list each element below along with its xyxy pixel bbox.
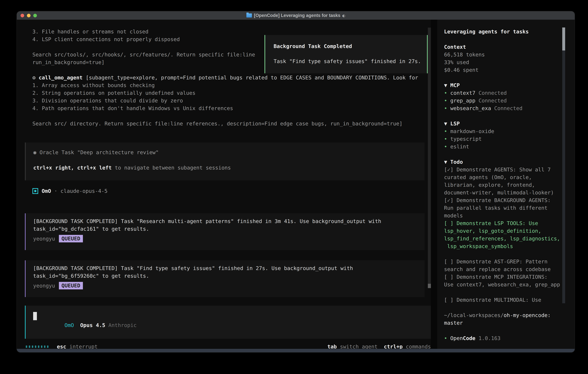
tab-key-hint: tab <box>327 344 337 350</box>
agent-model: claude-opus-4-5 <box>61 188 107 194</box>
background-task-message: [BACKGROUND TASK COMPLETED] Task "Find t… <box>25 260 424 297</box>
spinner-dot <box>29 345 30 348</box>
sidebar-line: • grep_app Connected <box>444 97 564 104</box>
folder-icon <box>246 13 252 18</box>
spinner-dot <box>47 345 48 348</box>
message-line: task_id="bg_6f59260c" to get results. <box>33 272 424 280</box>
transcript-line: 3. File handles or streams not closed <box>32 28 432 35</box>
tab-key-label: switch agent <box>337 344 378 350</box>
sidebar-line <box>444 250 564 258</box>
shortcut-keys: ctrl+x right, ctrl+x left <box>33 165 112 171</box>
message-author: yeongyu <box>33 283 55 289</box>
terminal-content: 3. File handles or streams not closed4. … <box>17 20 575 349</box>
window-bottom-bar <box>17 349 575 352</box>
spinner-dot <box>44 345 45 348</box>
sidebar-line: • markdown-oxide <box>444 127 564 135</box>
sidebar-line <box>444 288 564 296</box>
sidebar-line <box>444 150 564 158</box>
status-badge: QUEUED <box>59 282 83 289</box>
sidebar-line: Run parallel tasks with different <box>444 204 564 212</box>
key-gap <box>378 344 384 350</box>
sidebar-line: document-writer, multimodal-looker) <box>444 189 564 197</box>
spinner-dot <box>38 345 39 348</box>
esc-key-label: interrupt <box>66 344 98 350</box>
agent-icon <box>32 188 38 194</box>
sidebar-line: 33% used <box>444 58 564 66</box>
transcript-line: Search src/ directory. Return specific f… <box>32 120 432 127</box>
sidebar-line: lsp_workspace_symbols <box>444 242 564 250</box>
main-scrollbar-track[interactable] <box>428 28 431 288</box>
agent-header: OmO · claude-opus-4-5 <box>32 187 107 195</box>
sidebar-line: • websearch_exa Connected <box>444 104 564 112</box>
sidebar-line: lsp_hover, lsp_goto_definition, <box>444 227 564 235</box>
message-line: [BACKGROUND TASK COMPLETED] Task "Resear… <box>33 217 424 225</box>
sidebar-line: [ ] Demonstrate AST-GREP: Pattern <box>444 258 564 265</box>
window-title-text: [OpenCode] Leveraging agents for tasks <box>254 13 340 18</box>
window-title: [OpenCode] Leveraging agents for tasks ◐ <box>17 11 575 20</box>
background-task-toast[interactable]: Background Task Completed Task "Find typ… <box>264 35 428 73</box>
sidebar-line: $0.46 spent <box>444 66 564 74</box>
oracle-shortcut-hint: ctrl+x right, ctrl+x left to navigate be… <box>33 164 424 172</box>
sidebar-scrollbar-track[interactable] <box>562 51 565 303</box>
sidebar-line <box>444 304 564 311</box>
column-gap <box>431 20 437 349</box>
sidebar-info: Leveraging agents for tasks Context66,51… <box>444 28 564 342</box>
shortcut-description: to navigate between subagent sessions <box>112 165 231 171</box>
main-scrollbar-thumb[interactable] <box>428 284 431 288</box>
sidebar-line: • typescript <box>444 135 564 143</box>
sidebar-line <box>444 112 564 120</box>
input-model-name: Opus 4.5 <box>80 322 105 328</box>
sidebar-line: ▼ Todo <box>444 158 564 166</box>
oracle-task-title: ◉ Oracle Task "Deep architecture review" <box>33 148 424 156</box>
sidebar-line: librarian, explore, frontend, <box>444 181 564 189</box>
prompt-input[interactable]: OmO Opus 4.5 Anthropic <box>25 306 431 339</box>
transcript-line: ⚙ call_omo_agent [subagent_type=explore,… <box>32 74 432 82</box>
sidebar-line: ▼ LSP <box>444 120 564 127</box>
commands-key-hint: ctrl+p <box>384 344 403 350</box>
window-titlebar[interactable]: [OpenCode] Leveraging agents for tasks ◐ <box>17 11 575 20</box>
spinner-dots <box>26 345 48 348</box>
sidebar-line <box>444 327 564 334</box>
sidebar-line: Use context7, websearch_exa, grep_app <box>444 281 564 288</box>
oracle-spacer <box>33 156 424 164</box>
sidebar-line: ~/local-workspaces/oh-my-opencode: <box>444 311 564 319</box>
oracle-task-box: ◉ Oracle Task "Deep architecture review"… <box>25 143 424 180</box>
session-busy-icon: ◐ <box>342 13 345 18</box>
sidebar-line: master <box>444 319 564 327</box>
sidebar-line: lsp_find_references, lsp_diagnostics, <box>444 235 564 242</box>
sidebar-line: Context <box>444 43 564 51</box>
toast-body: Task "Find type safety issues" finished … <box>273 58 419 65</box>
transcript-line: 2. String operations on potentially unde… <box>32 89 432 97</box>
sidebar-line <box>444 35 564 43</box>
sidebar-line: Leveraging agents for tasks <box>444 28 564 35</box>
sidebar-line: • context7 Connected <box>444 89 564 97</box>
toast-title: Background Task Completed <box>273 43 419 50</box>
input-agent-name: OmO <box>64 322 74 328</box>
transcript-line: 4. Path operations that don't handle Win… <box>32 104 432 112</box>
transcript-line: 1. Array access without bounds checking <box>32 82 432 89</box>
transcript-line: 3. Division operations that could divide… <box>32 97 432 104</box>
spinner-dot <box>35 345 36 348</box>
status-badge: QUEUED <box>59 235 83 242</box>
spinner-dot <box>26 345 27 348</box>
agent-name: OmO <box>42 188 51 194</box>
esc-key-hint: esc <box>57 344 66 350</box>
terminal-window: [OpenCode] Leveraging agents for tasks ◐… <box>17 11 575 353</box>
sidebar-line: [ ] Demonstrate LSP TOOLS: Use <box>444 219 564 227</box>
background-task-message: [BACKGROUND TASK COMPLETED] Task "Resear… <box>25 213 424 250</box>
commands-key-label: commands <box>403 344 431 350</box>
sidebar-line: curated agents (OmO, oracle, <box>444 173 564 181</box>
sidebar-line <box>444 74 564 82</box>
input-provider-name: Anthropic <box>108 322 136 328</box>
sidebar-scrollbar-thumb[interactable] <box>562 28 565 51</box>
message-line: [BACKGROUND TASK COMPLETED] Task "Find t… <box>33 264 424 272</box>
model-indicator: OmO Opus 4.5 Anthropic <box>33 316 136 334</box>
message-author: yeongyu <box>33 236 55 242</box>
sidebar-line: ▼ MCP <box>444 82 564 89</box>
message-line: task_id="bg_dcfac161" to get results. <box>33 225 424 233</box>
spinner-dot <box>32 345 33 348</box>
sidebar-line: [ ] Demonstrate MCP INTEGRATIONS: <box>444 273 564 281</box>
sidebar-line: [✓] Demonstrate AGENTS: Show all 7 <box>444 166 564 173</box>
sidebar-line: [ ] Demonstrate MULTIMODAL: Use <box>444 296 564 304</box>
sidebar-line: models <box>444 212 564 219</box>
